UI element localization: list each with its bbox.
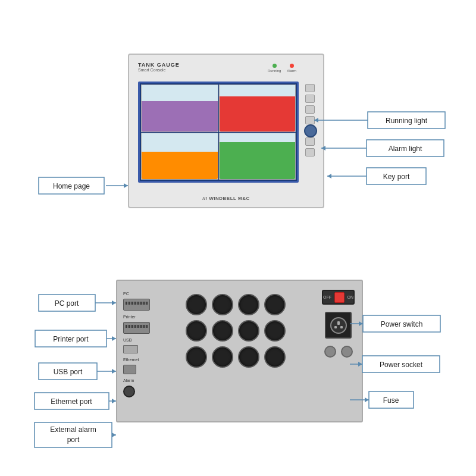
- diagram-container: TANK GAUGE Smart Console Running Alarm: [0, 0, 476, 476]
- power-socket-arrowhead: [358, 362, 362, 367]
- running-light-text: Running light: [386, 117, 428, 125]
- top-arrows-svg: Running light Alarm light Key port Home …: [0, 36, 476, 238]
- top-section: TANK GAUGE Smart Console Running Alarm: [0, 36, 476, 238]
- bottom-section: PC Printer USB Ethernet Alarm: [0, 262, 476, 476]
- ethernet-port-arrowhead: [112, 399, 116, 403]
- fuse-arrowhead: [365, 397, 369, 402]
- power-socket-text: Power socket: [380, 361, 423, 369]
- pc-port-arrowhead: [112, 300, 116, 305]
- alarm-port-arrowhead: [112, 433, 116, 437]
- printer-port-text: Printer port: [53, 335, 89, 343]
- home-page-arrowhead: [124, 183, 128, 188]
- bottom-arrows-svg: PC port Printer port USB port Ethernet p…: [0, 262, 476, 476]
- home-page-text: Home page: [53, 182, 90, 190]
- alarm-light-arrowhead: [321, 146, 325, 151]
- ethernet-port-text: Ethernet port: [51, 397, 92, 406]
- alarm-port-text-1: External alarm: [50, 425, 96, 434]
- key-port-arrowhead: [327, 174, 331, 178]
- pc-port-text: PC port: [55, 299, 79, 308]
- printer-port-arrowhead: [112, 336, 116, 341]
- alarm-port-text-2: port: [67, 436, 80, 444]
- power-switch-arrowhead: [359, 321, 363, 326]
- key-port-text: Key port: [383, 173, 410, 181]
- usb-port-arrowhead: [112, 369, 116, 374]
- power-switch-text: Power switch: [381, 320, 423, 328]
- alarm-light-text: Alarm light: [389, 145, 422, 153]
- fuse-text: Fuse: [383, 396, 399, 405]
- usb-port-text: USB port: [54, 368, 83, 376]
- running-light-arrowhead: [314, 118, 318, 123]
